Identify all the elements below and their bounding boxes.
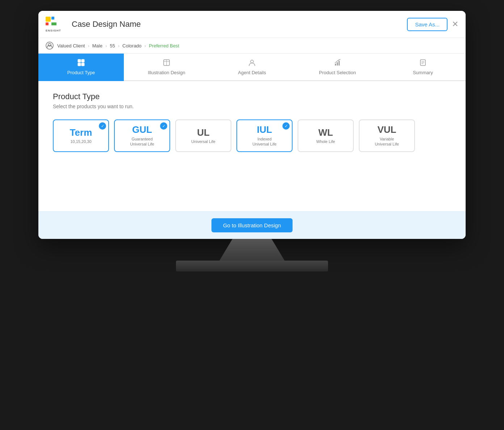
logo-text: ENSIGHT bbox=[46, 29, 64, 32]
illustration-design-icon bbox=[163, 59, 171, 68]
svg-rect-5 bbox=[78, 59, 81, 62]
ul-name: Universal Life bbox=[191, 139, 215, 144]
svg-rect-13 bbox=[335, 64, 336, 66]
client-state: Colorado bbox=[122, 43, 142, 49]
tab-illustration-design[interactable]: Illustration Design bbox=[124, 54, 209, 80]
logo: ENSIGHT bbox=[46, 17, 64, 32]
gul-abbr: GUL bbox=[132, 125, 152, 135]
svg-point-4 bbox=[48, 43, 51, 46]
svg-rect-8 bbox=[81, 63, 84, 66]
content-area: Product Type Select the products you wan… bbox=[38, 81, 466, 211]
footer: Go to Illustration Design bbox=[38, 211, 466, 239]
product-selection-icon bbox=[333, 59, 341, 68]
tab-summary-label: Summary bbox=[413, 70, 433, 75]
term-name: 10,15,20,30 bbox=[70, 139, 91, 144]
iul-name: IndexedUniversal Life bbox=[252, 136, 277, 147]
tab-product-type[interactable]: Product Type bbox=[38, 54, 124, 80]
product-card-gul[interactable]: ✓ GUL GuaranteedUniversal Life bbox=[114, 119, 170, 152]
tab-summary[interactable]: Summary bbox=[380, 54, 466, 80]
svg-rect-1 bbox=[51, 17, 54, 20]
svg-point-12 bbox=[251, 60, 253, 63]
term-check-badge: ✓ bbox=[99, 122, 106, 130]
tab-illustration-design-label: Illustration Design bbox=[148, 70, 185, 75]
product-card-term[interactable]: ✓ Term 10,15,20,30 bbox=[53, 119, 109, 152]
product-card-ul[interactable]: UL Universal Life bbox=[175, 119, 231, 152]
ul-abbr: UL bbox=[197, 127, 210, 138]
svg-rect-6 bbox=[81, 59, 84, 62]
tab-product-selection[interactable]: Product Selection bbox=[295, 54, 380, 80]
separator-2: › bbox=[105, 43, 107, 49]
iul-abbr: IUL bbox=[257, 125, 272, 135]
separator-1: › bbox=[88, 43, 89, 49]
client-bar: Valued Client › Male › 55 › Colorado › P… bbox=[38, 38, 466, 54]
stand-neck bbox=[219, 239, 285, 261]
client-name: Valued Client bbox=[57, 43, 85, 49]
header: ENSIGHT Case Design Name Save As... ✕ bbox=[38, 11, 466, 38]
monitor-stand bbox=[38, 239, 466, 271]
section-subtitle: Select the products you want to run. bbox=[53, 104, 451, 109]
svg-rect-15 bbox=[339, 61, 340, 66]
monitor: ENSIGHT Case Design Name Save As... ✕ Va… bbox=[38, 11, 466, 271]
client-rating: Preferred Best bbox=[149, 43, 179, 49]
product-card-iul[interactable]: ✓ IUL IndexedUniversal Life bbox=[236, 119, 293, 152]
product-cards-container: ✓ Term 10,15,20,30 ✓ GUL GuaranteedUnive… bbox=[53, 119, 451, 152]
vul-abbr: VUL bbox=[378, 125, 396, 135]
gul-name: GuaranteedUniversal Life bbox=[130, 136, 154, 147]
product-type-icon bbox=[77, 59, 85, 68]
term-abbr: Term bbox=[70, 127, 92, 138]
tab-product-selection-label: Product Selection bbox=[319, 70, 356, 75]
client-gender: Male bbox=[92, 43, 102, 49]
stand-base bbox=[176, 261, 328, 271]
wl-name: Whole Life bbox=[316, 139, 335, 144]
separator-3: › bbox=[118, 43, 119, 49]
app-window: ENSIGHT Case Design Name Save As... ✕ Va… bbox=[38, 11, 466, 239]
separator-4: › bbox=[144, 43, 146, 49]
svg-rect-3 bbox=[51, 22, 56, 25]
tab-agent-details[interactable]: Agent Details bbox=[209, 54, 295, 80]
svg-rect-14 bbox=[337, 62, 338, 66]
tab-agent-details-label: Agent Details bbox=[238, 70, 266, 75]
svg-rect-2 bbox=[46, 22, 49, 25]
summary-icon bbox=[419, 59, 427, 68]
client-age: 55 bbox=[110, 43, 115, 49]
wl-abbr: WL bbox=[318, 127, 333, 138]
gul-check-badge: ✓ bbox=[160, 122, 167, 130]
svg-rect-7 bbox=[78, 63, 81, 66]
client-avatar bbox=[46, 42, 54, 50]
case-title: Case Design Name bbox=[72, 20, 407, 29]
save-as-button[interactable]: Save As... bbox=[407, 18, 448, 31]
product-card-wl[interactable]: WL Whole Life bbox=[298, 119, 354, 152]
close-button[interactable]: ✕ bbox=[452, 20, 458, 28]
agent-details-icon bbox=[248, 59, 256, 68]
iul-check-badge: ✓ bbox=[282, 122, 290, 130]
svg-rect-0 bbox=[46, 17, 51, 22]
product-card-vul[interactable]: VUL VariableUniversal Life bbox=[359, 119, 415, 152]
tab-product-type-label: Product Type bbox=[67, 70, 95, 75]
vul-name: VariableUniversal Life bbox=[375, 136, 399, 147]
go-to-illustration-design-button[interactable]: Go to Illustration Design bbox=[211, 218, 293, 232]
section-title: Product Type bbox=[53, 92, 451, 101]
tabs-container: Product Type Illustration Design bbox=[38, 54, 466, 81]
